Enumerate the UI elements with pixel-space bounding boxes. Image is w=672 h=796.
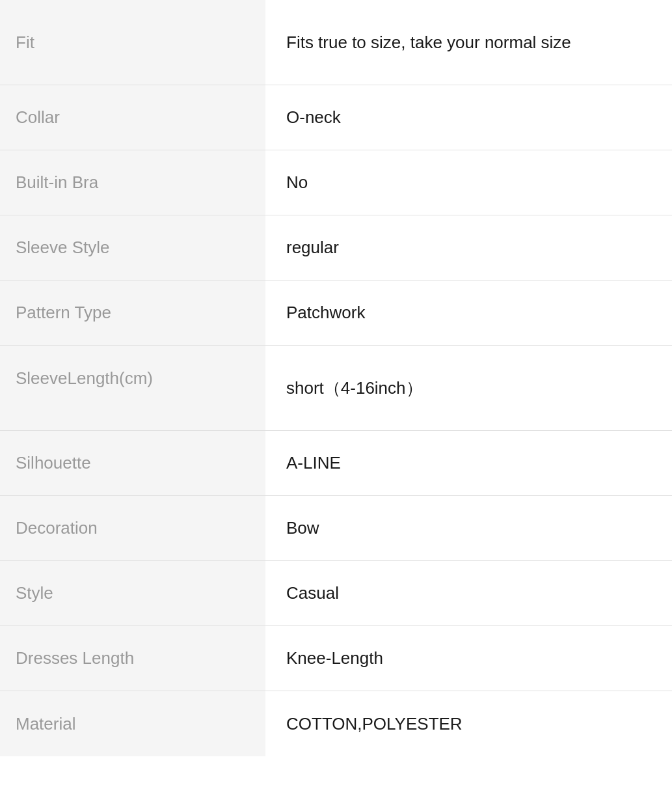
value-collar: O-neck [265,85,672,150]
label-sleeve-length: SleeveLength(cm) [0,346,265,430]
table-row: SilhouetteA-LINE [0,431,672,496]
value-built-in-bra: No [265,150,672,215]
label-decoration: Decoration [0,496,265,560]
table-row: MaterialCOTTON,POLYESTER [0,691,672,756]
table-row: Sleeve Styleregular [0,215,672,281]
table-row: Pattern TypePatchwork [0,281,672,346]
table-row: FitFits true to size, take your normal s… [0,0,672,85]
table-row: Built-in BraNo [0,150,672,215]
table-row: SleeveLength(cm)short（4-16inch） [0,346,672,431]
product-specs-table: FitFits true to size, take your normal s… [0,0,672,756]
label-built-in-bra: Built-in Bra [0,150,265,215]
value-pattern-type: Patchwork [265,281,672,345]
label-fit: Fit [0,0,265,85]
label-dresses-length: Dresses Length [0,626,265,691]
value-fit: Fits true to size, take your normal size [265,0,672,85]
label-sleeve-style: Sleeve Style [0,215,265,280]
value-style: Casual [265,561,672,625]
value-sleeve-style: regular [265,215,672,280]
value-material: COTTON,POLYESTER [265,691,672,756]
label-style: Style [0,561,265,625]
label-material: Material [0,691,265,756]
label-collar: Collar [0,85,265,150]
table-row: Dresses LengthKnee-Length [0,626,672,691]
table-row: DecorationBow [0,496,672,561]
value-sleeve-length: short（4-16inch） [265,346,672,430]
table-row: CollarO-neck [0,85,672,150]
value-decoration: Bow [265,496,672,560]
table-row: StyleCasual [0,561,672,626]
label-silhouette: Silhouette [0,431,265,495]
label-pattern-type: Pattern Type [0,281,265,345]
value-silhouette: A-LINE [265,431,672,495]
value-dresses-length: Knee-Length [265,626,672,691]
